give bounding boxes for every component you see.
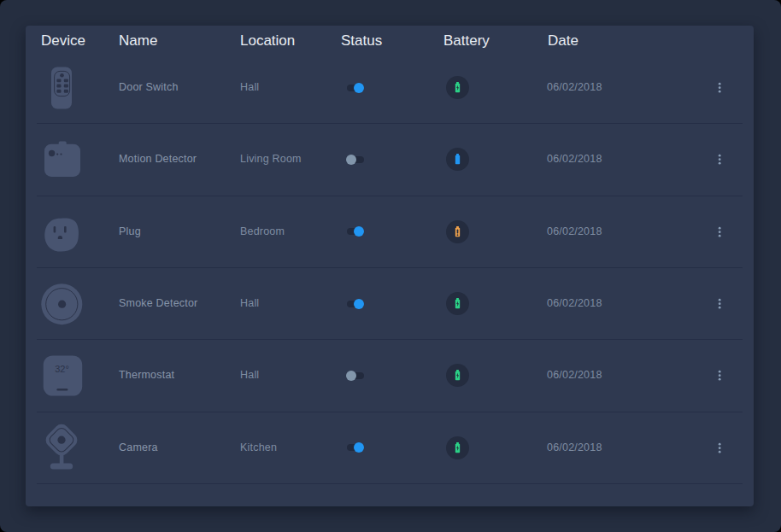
svg-text:32°: 32° — [55, 364, 69, 374]
